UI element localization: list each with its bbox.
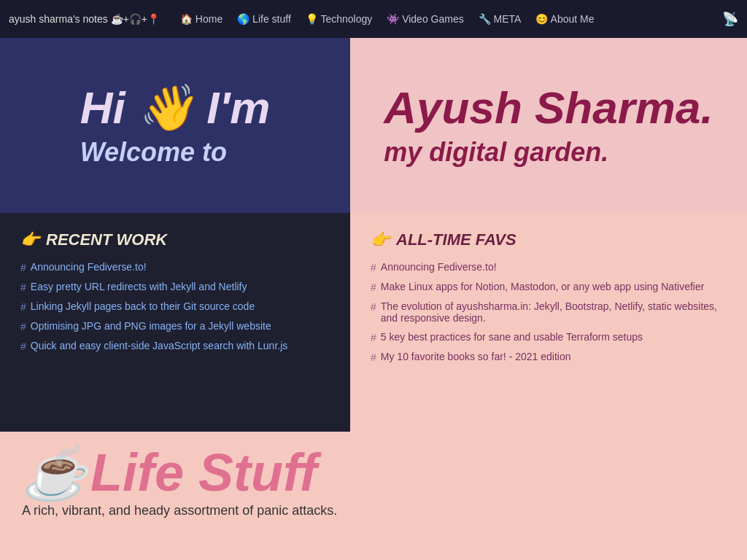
nav-technology[interactable]: 💡 Technology — [298, 9, 379, 29]
list-item: # Quick and easy client-side JavaScript … — [20, 340, 330, 352]
favs-icon: 👉 — [371, 230, 390, 249]
recent-work-title: 👉 RECENT WORK — [20, 230, 330, 249]
list-item: # Announcing Fediverse.to! — [20, 261, 330, 273]
list-item: # Optimising JPG and PNG images for a Je… — [20, 320, 330, 332]
coffee-emoji: ☕ — [22, 446, 88, 499]
recent-work-link-1[interactable]: Announcing Fediverse.to! — [31, 261, 147, 273]
nav-about-me[interactable]: 😊 About Me — [528, 9, 601, 29]
recent-work-link-4[interactable]: Optimising JPG and PNG images for a Jeky… — [31, 320, 271, 332]
favs-list: # Announcing Fediverse.to! # Make Linux … — [371, 261, 727, 363]
hash-icon: # — [371, 262, 376, 273]
hash-icon: # — [371, 281, 376, 293]
nav-home[interactable]: 🏠 Home — [173, 9, 230, 29]
hero-title-line1-right: Ayush Sharma. — [384, 83, 713, 133]
list-item: # Easy pretty URL redirects with Jekyll … — [20, 281, 330, 293]
site-brand[interactable]: ayush sharma's notes ☕+🎧+📍 — [9, 13, 160, 25]
hash-icon: # — [20, 262, 26, 273]
favs-link-1[interactable]: Announcing Fediverse.to! — [381, 261, 497, 273]
all-time-favs-section: 👉 ALL-TIME FAVS # Announcing Fediverse.t… — [350, 213, 747, 432]
nav-life-stuff[interactable]: 🌎 Life stuff — [230, 9, 298, 29]
navbar: ayush sharma's notes ☕+🎧+📍 🏠 Home 🌎 Life… — [0, 0, 747, 38]
all-time-favs-title: 👉 ALL-TIME FAVS — [371, 230, 727, 249]
list-item: # The evolution of ayushsharma.in: Jekyl… — [371, 300, 727, 324]
life-stuff-text: Life Stuff — [90, 446, 317, 499]
hash-icon: # — [20, 341, 26, 352]
recent-work-list: # Announcing Fediverse.to! # Easy pretty… — [20, 261, 330, 352]
rss-icon[interactable]: 📡 — [722, 11, 738, 27]
favs-link-5[interactable]: My 10 favorite books so far! - 2021 edit… — [381, 351, 571, 362]
hero-title-line1-left: Hi 👋 I'm — [80, 83, 271, 133]
recent-work-link-2[interactable]: Easy pretty URL redirects with Jekyll an… — [31, 281, 247, 292]
list-item: # Announcing Fediverse.to! — [371, 261, 727, 273]
hash-icon: # — [371, 301, 376, 313]
recent-work-section: 👉 RECENT WORK # Announcing Fediverse.to!… — [0, 213, 350, 432]
recent-work-icon: 👉 — [20, 230, 40, 249]
main-content: 👉 RECENT WORK # Announcing Fediverse.to!… — [0, 213, 747, 432]
hero-subtitle-right: my digital garden. — [384, 137, 713, 168]
hash-icon: # — [20, 281, 26, 293]
list-item: # 5 key best practices for sane and usab… — [371, 331, 727, 343]
hero-left: Hi 👋 I'm Welcome to — [0, 38, 350, 213]
list-item: # My 10 favorite books so far! - 2021 ed… — [371, 351, 727, 363]
life-stuff-subtitle: A rich, vibrant, and heady assortment of… — [22, 503, 725, 518]
hash-icon: # — [371, 332, 376, 343]
hero-subtitle-left: Welcome to — [80, 137, 271, 168]
recent-work-link-5[interactable]: Quick and easy client-side JavaScript se… — [31, 340, 288, 351]
favs-link-3[interactable]: The evolution of ayushsharma.in: Jekyll,… — [381, 300, 727, 324]
favs-link-2[interactable]: Make Linux apps for Notion, Mastodon, or… — [381, 281, 705, 292]
hero-section: Hi 👋 I'm Welcome to Ayush Sharma. my dig… — [0, 38, 747, 213]
hash-icon: # — [371, 351, 376, 363]
favs-link-4[interactable]: 5 key best practices for sane and usable… — [381, 331, 643, 343]
list-item: # Linking Jekyll pages back to their Git… — [20, 300, 330, 313]
nav-meta[interactable]: 🔧 META — [471, 9, 529, 29]
life-stuff-section: ☕ Life Stuff A rich, vibrant, and heady … — [0, 432, 747, 560]
hash-icon: # — [20, 321, 26, 332]
recent-work-link-3[interactable]: Linking Jekyll pages back to their Git s… — [31, 300, 255, 312]
list-item: # Make Linux apps for Notion, Mastodon, … — [371, 281, 727, 293]
life-stuff-title: ☕ Life Stuff — [22, 446, 725, 499]
nav-links: 🏠 Home 🌎 Life stuff 💡 Technology 👾 Video… — [173, 9, 602, 29]
nav-video-games[interactable]: 👾 Video Games — [379, 9, 471, 29]
hero-right: Ayush Sharma. my digital garden. — [350, 38, 747, 213]
hash-icon: # — [20, 301, 26, 313]
